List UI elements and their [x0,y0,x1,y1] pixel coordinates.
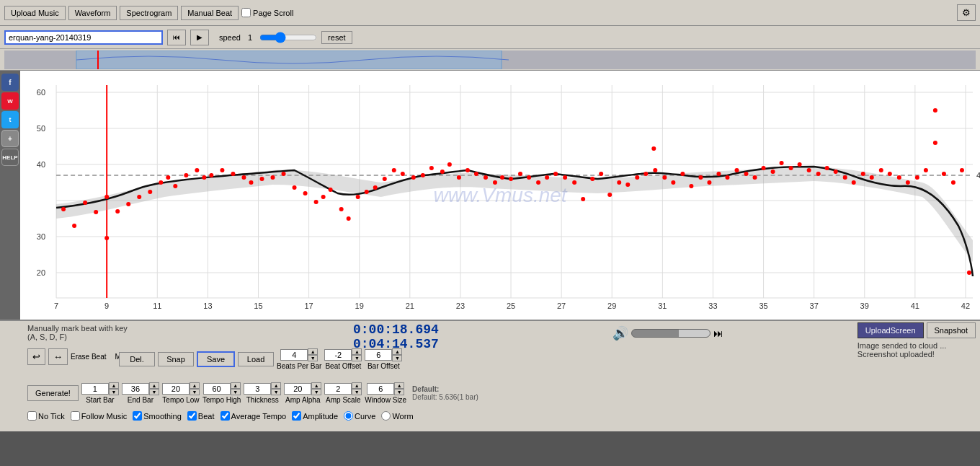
upload-screen-button[interactable]: UploadScreen [858,322,924,338]
beat-label: Beat [187,411,215,421]
window-size-down[interactable]: ▼ [394,389,404,395]
beat-offset-down[interactable]: ▼ [352,355,362,361]
page-scroll-checkbox[interactable] [241,8,251,17]
bottom-panel: Manually mark beat with key (A, S, D, F)… [0,320,980,431]
no-tick-checkbox[interactable] [27,411,37,421]
start-bar-down[interactable]: ▼ [109,389,119,395]
beat-offset-input[interactable] [324,349,352,361]
smoothing-checkbox[interactable] [133,411,142,421]
amp-scale-input[interactable] [324,383,352,395]
svg-point-116 [834,170,838,174]
skip-icon[interactable]: ⏭ [713,327,723,339]
weibo-button[interactable]: W [1,92,19,110]
upload-music-button[interactable]: Upload Music [4,6,66,20]
amplitude-checkbox[interactable] [292,411,301,421]
worm-radio[interactable] [381,411,391,421]
move-beat-button[interactable]: ↔ [48,348,68,365]
curve-text: Curve [355,412,375,421]
svg-text:60: 60 [37,88,45,97]
svg-point-109 [771,170,775,174]
thickness-down[interactable]: ▼ [271,389,281,395]
tempo-low-input[interactable] [162,383,190,395]
svg-point-38 [115,209,120,214]
bar-offset-input[interactable] [365,349,392,361]
snap-button[interactable]: Snap [158,352,194,366]
average-tempo-checkbox[interactable] [220,411,230,421]
svg-point-72 [440,170,445,174]
end-bar-up[interactable]: ▲ [149,382,159,389]
tempo-high-input[interactable] [203,383,231,395]
beat-offset-up[interactable]: ▲ [352,348,362,355]
settings-button[interactable]: ⚙ [957,4,976,21]
amp-alpha-input[interactable] [284,383,311,395]
facebook-button[interactable]: f [1,74,19,91]
tempo-high-up[interactable]: ▲ [231,382,241,389]
erase-beat-button[interactable]: ↩ [27,348,45,365]
worm-label: Worm [381,411,413,421]
window-size-up[interactable]: ▲ [394,382,404,389]
save-button[interactable]: Save [197,351,235,367]
amp-scale-up[interactable]: ▲ [352,382,362,389]
spectrogram-button[interactable]: Spectrogram [120,6,178,20]
svg-point-106 [744,172,749,176]
smoothing-text: Smoothing [143,412,182,421]
svg-point-40 [137,195,141,199]
svg-text:42.8: 42.8 [976,171,980,180]
svg-point-49 [220,168,224,172]
amp-alpha-up[interactable]: ▲ [311,382,321,389]
play-button[interactable]: ▶ [190,30,209,45]
waveform-canvas[interactable] [4,50,976,69]
svg-point-119 [861,172,865,176]
add-button[interactable]: + [1,130,19,147]
generate-button[interactable]: Generate! [27,385,79,401]
filename-input[interactable] [4,30,163,45]
worm-text: Worm [392,412,413,421]
start-bar-up[interactable]: ▲ [109,382,119,389]
thickness-up[interactable]: ▲ [271,382,281,389]
thickness-label: Thickness [246,396,279,404]
main-content: f W t + HELP www.Vmus.net [0,71,980,320]
svg-point-88 [581,197,585,201]
start-bar-input[interactable] [81,383,109,395]
end-bar-down[interactable]: ▼ [149,389,159,395]
svg-text:29: 29 [607,302,616,310]
bar-offset-down[interactable]: ▼ [392,355,402,361]
svg-text:37: 37 [810,302,819,310]
speed-label: speed [219,33,241,42]
snapshot-button[interactable]: Snapshot [927,322,976,338]
load-button[interactable]: Load [238,352,274,366]
beats-per-bar-up[interactable]: ▲ [308,348,318,355]
window-size-input[interactable] [367,383,394,395]
manual-beat-button[interactable]: Manual Beat [181,6,239,20]
beat-checkbox[interactable] [187,411,197,421]
end-bar-input[interactable] [122,383,149,395]
reset-button[interactable]: reset [321,31,352,44]
svg-point-133 [651,146,656,151]
rewind-button[interactable]: ⏮ [167,30,186,45]
svg-point-33 [72,224,76,228]
del-button[interactable]: Del. [119,352,155,366]
amp-alpha-group: ▲ ▼ Amp Alpha [284,382,321,404]
tempo-low-up[interactable]: ▲ [190,382,200,389]
audio-icon: 🔊 [612,325,628,341]
follow-music-checkbox[interactable] [71,411,80,421]
svg-point-75 [466,168,470,172]
amp-scale-down[interactable]: ▼ [352,389,362,395]
help-button[interactable]: HELP [1,149,19,166]
beats-per-bar-input[interactable] [280,349,308,361]
erase-beat-label: Erase Beat [71,353,106,361]
tempo-low-down[interactable]: ▼ [190,389,200,395]
tempo-high-down[interactable]: ▼ [231,389,241,395]
svg-point-51 [241,175,246,180]
svg-point-83 [536,180,540,185]
speed-slider[interactable] [259,32,317,43]
bar-offset-up[interactable]: ▲ [392,348,402,355]
thickness-input[interactable] [244,383,271,395]
waveform-button[interactable]: Waveform [68,6,117,20]
amp-alpha-down[interactable]: ▼ [311,389,321,395]
twitter-button[interactable]: t [1,111,19,128]
curve-radio[interactable] [344,411,353,421]
svg-point-79 [500,175,504,180]
beats-per-bar-down[interactable]: ▼ [308,355,318,361]
svg-point-69 [411,175,416,180]
